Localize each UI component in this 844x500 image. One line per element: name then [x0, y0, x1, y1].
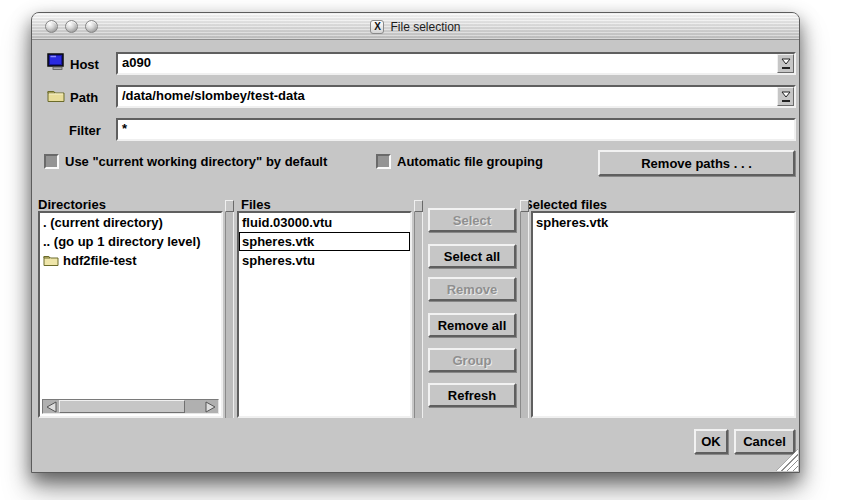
path-label: Path — [70, 90, 98, 105]
scrollbar-thumb[interactable] — [414, 200, 423, 212]
select-button[interactable]: Select — [428, 208, 516, 232]
directories-horizontal-scrollbar[interactable] — [42, 399, 219, 414]
selected-files-vertical-scrollbar[interactable] — [520, 200, 529, 418]
refresh-button[interactable]: Refresh — [428, 383, 516, 407]
folder-icon — [43, 254, 59, 267]
ok-button[interactable]: OK — [694, 429, 728, 454]
list-item[interactable]: fluid.03000.vtu — [239, 213, 410, 232]
folder-icon — [47, 88, 65, 103]
remove-button[interactable]: Remove — [428, 277, 516, 301]
cwd-checkbox-label[interactable]: Use "current working directory" by defau… — [65, 154, 327, 169]
list-item[interactable]: . (current directory) — [40, 213, 221, 232]
list-item[interactable]: .. (go up 1 directory level) — [40, 232, 221, 251]
files-list[interactable]: fluid.03000.vtu spheres.vtk spheres.vtu — [237, 211, 412, 418]
scrollbar-thumb[interactable] — [225, 200, 234, 212]
scroll-right-icon[interactable] — [202, 400, 218, 413]
computer-icon — [47, 53, 66, 71]
auto-grouping-label[interactable]: Automatic file grouping — [397, 154, 543, 169]
directories-vertical-scrollbar[interactable] — [225, 200, 234, 418]
titlebar[interactable]: X File selection — [32, 13, 799, 40]
scrollbar-track[interactable] — [185, 400, 202, 413]
scrollbar-thumb[interactable] — [520, 200, 529, 212]
filter-input[interactable]: * — [116, 118, 796, 141]
select-all-button[interactable]: Select all — [428, 244, 516, 268]
files-vertical-scrollbar[interactable] — [414, 200, 423, 418]
scrollbar-thumb[interactable] — [59, 400, 185, 413]
filter-label: Filter — [69, 123, 101, 138]
path-dropdown-button[interactable] — [777, 87, 794, 106]
path-input[interactable]: /data/home/slombey/test-data — [116, 85, 796, 108]
dropdown-arrow-icon — [781, 58, 791, 65]
host-label: Host — [70, 57, 99, 72]
directories-list[interactable]: . (current directory) .. (go up 1 direct… — [38, 211, 223, 418]
list-item[interactable]: spheres.vtk — [533, 213, 794, 232]
host-input[interactable]: a090 — [116, 52, 796, 75]
selected-files-label: Selected files — [524, 197, 607, 212]
list-item-focused[interactable]: spheres.vtk — [239, 232, 410, 251]
auto-grouping-checkbox[interactable] — [376, 154, 391, 169]
x11-app-icon: X — [370, 20, 384, 34]
remove-paths-button[interactable]: Remove paths . . . — [598, 150, 795, 176]
scroll-left-icon[interactable] — [43, 400, 59, 413]
window-title: File selection — [390, 20, 460, 34]
group-button[interactable]: Group — [428, 348, 516, 372]
cwd-checkbox[interactable] — [44, 154, 59, 169]
list-item[interactable]: hdf2file-test — [40, 251, 221, 270]
selected-files-list[interactable]: spheres.vtk — [531, 211, 796, 418]
host-dropdown-button[interactable] — [777, 54, 794, 73]
files-label: Files — [241, 197, 271, 212]
remove-all-button[interactable]: Remove all — [428, 313, 516, 337]
cancel-button[interactable]: Cancel — [734, 429, 795, 454]
directories-label: Directories — [38, 197, 106, 212]
dropdown-arrow-icon — [781, 91, 791, 98]
list-item[interactable]: spheres.vtu — [239, 251, 410, 270]
action-buttons: Select Select all Remove Remove all Grou… — [428, 208, 516, 408]
file-selection-dialog: X File selection Host a090 Path /dat — [31, 12, 800, 473]
